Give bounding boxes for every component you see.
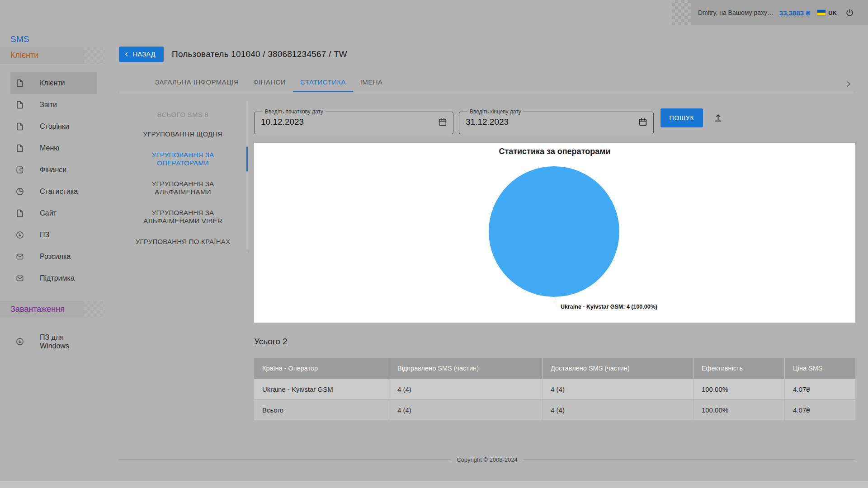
statistics-panel: Введіть початкову дату 10.12.2023 Введіт… (254, 102, 855, 420)
sidebar-item-label: Звіти (40, 101, 57, 109)
window-bottom-edge (0, 481, 868, 488)
col-header-operator[interactable]: Країна - Оператор (254, 358, 389, 379)
sidebar-item-label: Клієнти (40, 79, 65, 87)
logout-button[interactable] (845, 8, 854, 18)
document-icon (15, 209, 24, 218)
cell-sent: 4 (4) (389, 399, 542, 420)
page-footer: Copyright © 2008-2024 (119, 456, 855, 463)
footer-divider (523, 460, 855, 460)
sidebar-item-clients[interactable]: Клієнти (10, 72, 97, 94)
document-icon (15, 122, 24, 131)
sidebar-section-downloads[interactable]: Завантаження (0, 301, 84, 318)
subnav-item-grouping-countries[interactable]: УГРУПОВАННЯ ПО КРАЇНАХ (119, 231, 247, 252)
subnav-item-grouping-operators[interactable]: УГРУПОВАННЯ ЗА ОПЕРАТОРАМИ (119, 145, 247, 174)
app-root: Dmitry, на Вашому раху… 33,3883 ₴ UK SMS… (0, 0, 868, 488)
sidebar-nav: Клієнти Звіти Сторінки Меню Фінанси Стат… (0, 72, 97, 289)
document-icon (15, 144, 24, 153)
page-title: Пользователь 101040 / 380681234567 / TW (172, 49, 347, 59)
tab-finances[interactable]: ФІНАНСИ (246, 78, 293, 92)
sidebar-item-menu[interactable]: Меню (10, 137, 97, 159)
upload-icon (713, 113, 723, 123)
page-header: НАЗАД Пользователь 101040 / 380681234567… (119, 47, 855, 62)
export-button[interactable] (713, 113, 723, 123)
cell-delivered: 4 (4) (542, 379, 693, 399)
subnav-item-grouping-alphanames-viber[interactable]: УГРУПОВАННЯ ЗА АЛЬФАІМЕНАМИ VIBER (119, 202, 247, 231)
pie-slice[interactable] (489, 166, 619, 297)
chart-title: Статистика за операторами (254, 143, 855, 156)
user-greeting: Dmitry, на Вашому раху… (698, 9, 776, 16)
chevron-left-icon (123, 51, 130, 57)
subnav-item-grouping-daily[interactable]: УГРУПОВАННЯ ЩОДНЯ (119, 124, 247, 145)
date-from-calendar-button[interactable] (438, 117, 448, 127)
subnav-total-sms: ВСЬОГО SMS 8 (119, 106, 247, 124)
balance-link[interactable]: 33,3883 ₴ (779, 9, 810, 17)
pie-leader-line (554, 297, 554, 307)
chevron-right-icon (844, 80, 853, 88)
sidebar-item-software[interactable]: ПЗ (10, 224, 97, 246)
sidebar-item-label: Меню (40, 144, 59, 152)
filters-row: Введіть початкову дату 10.12.2023 Введіт… (254, 108, 855, 134)
date-to-value: 31.12.2023 (466, 117, 509, 127)
user-info-area: Dmitry, на Вашому раху… 33,3883 ₴ UK (691, 0, 868, 25)
sidebar-section-downloads-label: Завантаження (10, 305, 65, 314)
date-to-field[interactable]: Введіть кінцеву дату 31.12.2023 (459, 108, 654, 134)
language-selector[interactable]: UK (817, 9, 837, 16)
calendar-icon (438, 117, 448, 127)
col-header-price[interactable]: Ціна SMS (784, 358, 855, 379)
col-header-efficiency[interactable]: Ефективність (693, 358, 784, 379)
sidebar-item-label: Підтримка (40, 274, 75, 282)
sidebar-item-mailing[interactable]: Розсилка (10, 246, 97, 267)
table-total-row: Всього 4 (4) 4 (4) 100.00% 4.07₴ (254, 399, 855, 420)
table-header-row: Країна - Оператор Відправлено SMS (части… (254, 358, 855, 379)
sidebar-item-support[interactable]: Підтримка (10, 267, 97, 289)
download-icon (15, 337, 24, 346)
date-to-label: Введіть кінцеву дату (467, 108, 524, 115)
sidebar-item-software-windows[interactable]: ПЗ для Windows (10, 330, 97, 353)
mail-icon (15, 252, 24, 261)
cell-operator: Всього (254, 399, 389, 420)
date-from-field[interactable]: Введіть початкову дату 10.12.2023 (254, 108, 453, 134)
content-area: ВСЬОГО SMS 8 УГРУПОВАННЯ ЩОДНЯ УГРУПОВАН… (119, 102, 855, 420)
sidebar-section-clients-label: Клієнти (10, 51, 38, 60)
sidebar-section-clients[interactable]: Клієнти (0, 47, 84, 64)
cell-efficiency: 100.00% (693, 399, 784, 420)
cell-price: 4.07₴ (784, 399, 855, 420)
col-header-delivered[interactable]: Доставлено SMS (частин) (542, 358, 693, 379)
tab-names[interactable]: ІМЕНА (353, 78, 390, 92)
sidebar-item-label: Розсилка (40, 253, 71, 261)
tab-general-info[interactable]: ЗАГАЛЬНА ІНФОРМАЦІЯ (148, 78, 246, 92)
power-icon (845, 8, 854, 18)
sidebar-item-label: Статистика (40, 188, 78, 196)
cell-delivered: 4 (4) (542, 399, 693, 420)
pie-annotation: Ukraine - Kyivstar GSM: 4 (100.00%) (561, 304, 657, 310)
sidebar-item-label: Сайт (40, 209, 57, 217)
mail-icon (15, 274, 24, 283)
wallet-icon (15, 165, 24, 174)
sidebar-item-site[interactable]: Сайт (10, 202, 97, 224)
search-button[interactable]: ПОШУК (660, 108, 703, 127)
ukraine-flag-icon (817, 10, 826, 15)
sidebar-item-statistics[interactable]: Статистика (10, 181, 97, 202)
table-row: Ukraine - Kyivstar GSM 4 (4) 4 (4) 100.0… (254, 379, 855, 399)
main-content: НАЗАД Пользователь 101040 / 380681234567… (97, 29, 868, 488)
calendar-icon (638, 117, 648, 127)
date-from-value: 10.12.2023 (261, 117, 304, 127)
tab-statistics[interactable]: СТАТИСТИКА (293, 78, 353, 92)
date-from-label: Введіть початкову дату (263, 108, 326, 115)
date-to-calendar-button[interactable] (638, 117, 648, 127)
document-icon (15, 100, 24, 109)
sidebar-item-label: ПЗ (40, 231, 49, 239)
cell-operator: Ukraine - Kyivstar GSM (254, 379, 389, 399)
tabs: ЗАГАЛЬНА ІНФОРМАЦІЯ ФІНАНСИ СТАТИСТИКА І… (148, 78, 390, 92)
sidebar-item-label: ПЗ для Windows (40, 333, 78, 350)
back-button[interactable]: НАЗАД (119, 47, 164, 62)
tabs-scroll-right-button[interactable] (844, 80, 853, 88)
sidebar-item-pages[interactable]: Сторінки (10, 116, 97, 137)
subnav-item-grouping-alphanames[interactable]: УГРУПОВАННЯ ЗА АЛЬФАІМЕНАМИ (119, 174, 247, 202)
sidebar-item-reports[interactable]: Звіти (10, 94, 97, 116)
sidebar-item-finances[interactable]: Фінанси (10, 159, 97, 181)
operators-table: Країна - Оператор Відправлено SMS (части… (254, 358, 855, 420)
back-button-label: НАЗАД (133, 51, 156, 58)
sidebar: SMS Клієнти Клієнти Звіти Сторінки Меню (0, 29, 97, 488)
col-header-sent[interactable]: Відправлено SMS (частин) (389, 358, 542, 379)
